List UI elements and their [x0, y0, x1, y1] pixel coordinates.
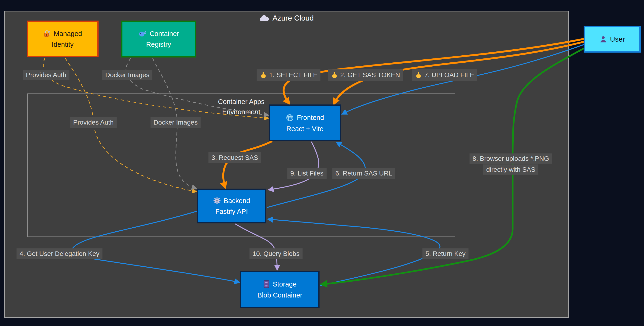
edge-label-return-sas-url: 6. Return SAS URL [332, 168, 396, 179]
edge-label-docker-images-frontend: Docker Images [102, 70, 152, 80]
node-label: Managed [54, 30, 82, 37]
edge-list-files [269, 142, 318, 190]
node-label: Container [150, 30, 179, 37]
node-frontend: Frontend React + Vite [269, 104, 341, 141]
pointing-finger-icon [415, 71, 422, 79]
node-container-registry: Container Registry [121, 20, 196, 57]
edge-label-query-blobs: 10. Query Blobs [250, 248, 303, 259]
edge-label-docker-images-backend: Docker Images [150, 117, 200, 128]
architecture-diagram: Azure Cloud Container Apps Environment [0, 0, 644, 326]
edge-label-provides-auth-backend: Provides Auth [70, 117, 117, 128]
edge-provides-auth-frontend [43, 58, 268, 118]
edge-label-provides-auth-frontend: Provides Auth [23, 70, 70, 80]
person-icon [600, 35, 607, 43]
file-cabinet-icon [263, 280, 270, 288]
whale-icon [138, 30, 146, 37]
node-label: React + Vite [286, 126, 323, 132]
node-managed-identity: Managed Identity [27, 20, 98, 57]
node-user: User [584, 26, 641, 53]
edge-request-sas [223, 141, 272, 188]
node-label: Backend [224, 197, 250, 204]
gear-icon [213, 197, 221, 204]
node-label: User [610, 36, 625, 43]
pointing-finger-icon [331, 71, 338, 79]
edge-label-select-file: 1. SELECT FILE [257, 69, 320, 81]
edge-label-upload-file: 7. UPLOAD FILE [412, 69, 477, 81]
node-storage: Storage Blob Container [240, 271, 320, 308]
globe-icon [286, 114, 294, 122]
edge-label-list-files: 9. List Files [287, 168, 326, 179]
node-backend: Backend Fastify API [197, 189, 266, 223]
edge-label-return-key: 5. Return Key [422, 248, 468, 259]
edge-label-get-user-delegation-key: 4. Get User Delegation Key [16, 248, 102, 259]
node-label: Storage [273, 281, 296, 288]
node-label: Identity [52, 41, 74, 48]
edge-docker-images-frontend [126, 58, 268, 115]
node-label: Registry [146, 41, 171, 48]
node-label: Blob Container [258, 292, 302, 299]
edge-query-blobs [235, 224, 277, 270]
node-label: Fastify API [215, 208, 248, 215]
pointing-finger-icon [260, 71, 267, 79]
node-label: Frontend [297, 114, 324, 121]
lock-with-key-icon [43, 30, 51, 37]
edge-label-request-sas: 3. Request SAS [208, 152, 261, 163]
edge-label-browser-uploads: 8. Browser uploads *.PNG directly with S… [470, 154, 552, 175]
edge-label-get-sas-token: 2. GET SAS TOKEN [328, 69, 403, 81]
